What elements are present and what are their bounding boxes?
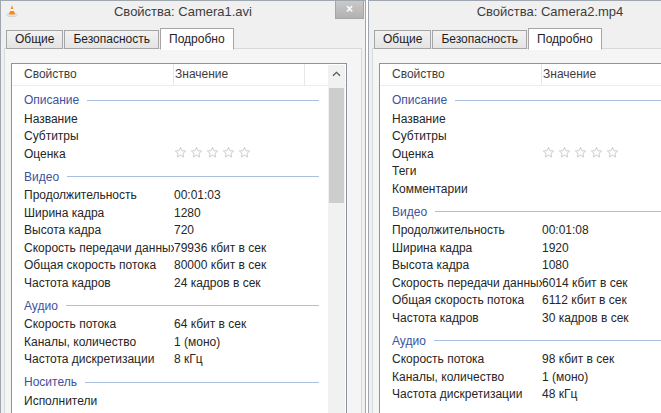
section-title: Аудио — [392, 334, 426, 348]
properties-dialog-camera1: Свойства: Camera1.avi×ОбщиеБезопасностьП… — [0, 0, 366, 413]
property-row[interactable]: Оценка — [380, 145, 661, 163]
property-row[interactable]: Общая скорость потока6112 кбит в сек — [380, 292, 661, 310]
rows-container: ОписаниеНазваниеСубтитрыОценкаТегиКоммен… — [380, 86, 661, 403]
property-value: 1 (моно) — [174, 335, 220, 349]
property-name: Общая скорость потока — [24, 258, 174, 272]
property-value: 8 кГц — [174, 352, 203, 366]
tab-bar: ОбщиеБезопасностьПодробно — [374, 28, 603, 49]
property-value: 00:01:03 — [174, 188, 221, 202]
property-name: Частота кадров — [392, 311, 542, 325]
star-icon[interactable] — [542, 146, 555, 162]
property-row[interactable]: Теги — [380, 163, 661, 181]
property-row[interactable]: Оценка — [12, 145, 329, 163]
section-header: Описание — [380, 90, 661, 110]
scrollbar-up-button[interactable] — [328, 65, 345, 82]
star-icon[interactable] — [606, 146, 619, 162]
rating-stars[interactable] — [174, 145, 251, 162]
property-row[interactable]: Название — [380, 110, 661, 128]
property-value: 1 (моно) — [542, 370, 588, 384]
column-header-property: Свойство — [380, 64, 542, 85]
property-row[interactable]: Высота кадра720 — [12, 222, 329, 240]
property-name: Скорость потока — [392, 352, 542, 366]
property-value: 6014 кбит в сек — [542, 276, 628, 290]
tab-security[interactable]: Безопасность — [64, 30, 159, 49]
property-name: Ширина кадра — [24, 206, 174, 220]
property-row[interactable]: Частота кадров30 кадров в сек — [380, 309, 661, 327]
property-row[interactable]: Продолжительность00:01:03 — [12, 187, 329, 205]
rating-stars[interactable] — [542, 145, 619, 162]
property-row[interactable]: Каналы, количество1 (моно) — [380, 368, 661, 386]
property-name: Исполнители — [24, 394, 174, 408]
property-row[interactable]: Продолжительность00:01:08 — [380, 222, 661, 240]
title-bar[interactable]: Свойства: Camera2.mp4 — [369, 1, 661, 22]
star-icon[interactable] — [222, 146, 235, 162]
property-value: 48 кГц — [542, 387, 577, 401]
section-title: Аудио — [24, 299, 58, 313]
property-row[interactable]: Общая скорость потока80000 кбит в сек — [12, 257, 329, 275]
property-value: 98 кбит в сек — [542, 352, 614, 366]
star-icon[interactable] — [190, 146, 203, 162]
star-icon[interactable] — [206, 146, 219, 162]
properties-dialog-camera2: Свойства: Camera2.mp4ОбщиеБезопасностьПо… — [368, 0, 661, 413]
tab-details[interactable]: Подробно — [528, 28, 602, 50]
property-row[interactable]: Частота кадров24 кадров в сек — [12, 274, 329, 292]
details-list: СвойствоЗначениеОписаниеНазваниеСубтитры… — [11, 63, 347, 413]
property-name: Оценка — [392, 147, 542, 161]
property-name: Частота кадров — [24, 276, 174, 290]
property-value: 6112 кбит в сек — [542, 293, 627, 307]
section-title: Описание — [392, 93, 447, 107]
property-name: Каналы, количество — [24, 335, 174, 349]
dialog-title: Свойства: Camera2.mp4 — [369, 1, 661, 23]
property-row[interactable]: Субтитры — [380, 128, 661, 146]
property-value: 1920 — [542, 241, 569, 255]
property-row[interactable]: Скорость передачи данных6014 кбит в сек — [380, 274, 661, 292]
property-row[interactable]: Высота кадра1080 — [380, 257, 661, 275]
property-row[interactable]: Название — [12, 110, 329, 128]
section-title: Видео — [392, 205, 427, 219]
property-name: Субтитры — [392, 129, 542, 143]
property-row[interactable]: Субтитры — [12, 128, 329, 146]
property-row[interactable]: Ширина кадра1920 — [380, 239, 661, 257]
property-row[interactable]: Частота дискретизации48 кГц — [380, 386, 661, 404]
property-row[interactable]: Скорость потока64 кбит в сек — [12, 316, 329, 334]
property-row[interactable]: Скорость передачи данных79936 кбит в сек — [12, 239, 329, 257]
property-name: Продолжительность — [392, 223, 542, 237]
tab-general[interactable]: Общие — [374, 30, 431, 49]
tab-security[interactable]: Безопасность — [432, 30, 527, 49]
property-name: Оценка — [24, 147, 174, 161]
property-name: Название — [24, 112, 174, 126]
details-list: СвойствоЗначениеОписаниеНазваниеСубтитры… — [379, 63, 661, 413]
property-row[interactable]: Частота дискретизации8 кГц — [12, 351, 329, 369]
list-header-row: СвойствоЗначение — [380, 64, 661, 86]
property-row[interactable]: Скорость потока98 кбит в сек — [380, 351, 661, 369]
section-divider-line — [87, 100, 319, 101]
star-icon[interactable] — [238, 146, 251, 162]
scrollbar-thumb[interactable] — [329, 88, 344, 203]
section-divider-line — [66, 305, 319, 306]
rows-container: ОписаниеНазваниеСубтитрыОценкаВидеоПродо… — [12, 86, 329, 410]
property-name: Частота дискретизации — [24, 352, 174, 366]
section-divider-line — [85, 382, 319, 383]
close-button[interactable]: × — [335, 1, 364, 19]
star-icon[interactable] — [558, 146, 571, 162]
property-name: Скорость передачи данных — [24, 241, 174, 255]
property-value: 79936 кбит в сек — [174, 241, 266, 255]
property-row[interactable]: Ширина кадра1280 — [12, 204, 329, 222]
property-row[interactable]: Комментарии — [380, 180, 661, 198]
property-value: 00:01:08 — [542, 223, 589, 237]
property-name: Комментарии — [392, 182, 542, 196]
tab-details[interactable]: Подробно — [160, 28, 234, 50]
property-row[interactable]: Каналы, количество1 (моно) — [12, 333, 329, 351]
dialog-title: Свойства: Camera1.avi — [1, 1, 365, 23]
star-icon[interactable] — [574, 146, 587, 162]
star-icon[interactable] — [590, 146, 603, 162]
tab-bar: ОбщиеБезопасностьПодробно — [6, 28, 235, 49]
vertical-scrollbar[interactable] — [328, 65, 345, 413]
tab-general[interactable]: Общие — [6, 30, 63, 49]
section-title: Описание — [24, 93, 79, 107]
section-header: Носитель — [12, 372, 329, 392]
title-bar[interactable]: Свойства: Camera1.avi× — [1, 1, 365, 22]
property-row[interactable]: Исполнители — [12, 392, 329, 410]
star-icon[interactable] — [174, 146, 187, 162]
property-name: Скорость потока — [24, 317, 174, 331]
